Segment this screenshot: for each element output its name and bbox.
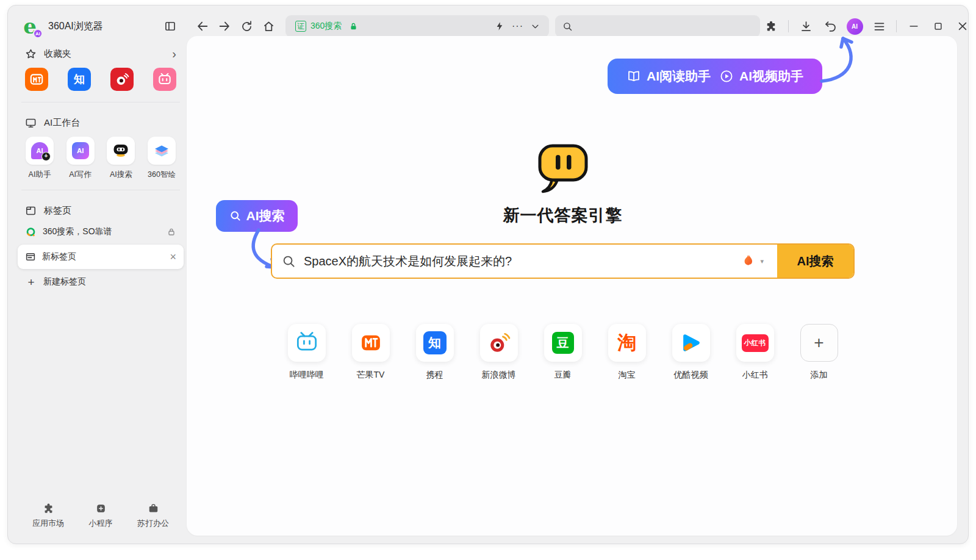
ai-assistant-icon: AI: [31, 142, 48, 159]
toolbar-divider: [896, 20, 897, 32]
app-ai-assistant[interactable]: AI AI助手: [21, 137, 58, 180]
address-dropdown-button[interactable]: [527, 16, 543, 37]
ai-search-box: SpaceX的航天技术是如何发展起来的? ▾ AI搜索: [271, 243, 855, 279]
360-search-favicon: [25, 226, 37, 238]
ai-search-button[interactable]: AI搜索: [777, 245, 853, 278]
new-tab-label: 新建标签页: [43, 276, 86, 287]
close-icon: [956, 20, 969, 32]
add-site-button[interactable]: + 添加: [800, 324, 838, 381]
mini-program-icon: [95, 503, 107, 514]
hamburger-menu-icon: [873, 20, 886, 33]
monitor-icon: [25, 117, 37, 129]
search-query-input[interactable]: SpaceX的航天技术是如何发展起来的? ▾: [272, 245, 777, 278]
sidebar-toggle-button[interactable]: [159, 16, 181, 37]
app-market-button[interactable]: 应用市场: [27, 503, 69, 529]
home-button[interactable]: [257, 16, 279, 37]
back-button[interactable]: [192, 16, 214, 37]
site-youku[interactable]: 优酷视频: [672, 324, 710, 381]
ai-avatar-icon: AI: [847, 18, 863, 35]
maximize-icon: [933, 21, 944, 32]
site-bilibili[interactable]: 哔哩哔哩: [288, 324, 326, 381]
tab-item-new-tab-active[interactable]: 新标签页 ×: [18, 245, 184, 269]
ai-writing-icon: AI: [72, 142, 89, 159]
refresh-icon: [240, 20, 253, 33]
soda-office-button[interactable]: 苏打办公: [132, 503, 174, 529]
extensions-button[interactable]: [760, 16, 782, 37]
refresh-button[interactable]: [235, 16, 257, 37]
chevron-down-icon: [531, 22, 540, 31]
lightning-icon: [495, 21, 504, 31]
new-tab-page-icon: [25, 251, 36, 262]
sidebar: 收藏夹 › 知 AI工作台 AI AI助手: [18, 43, 184, 535]
maximize-button[interactable]: [927, 16, 949, 37]
ai-search-robot-icon: [112, 142, 130, 159]
bilibili-icon: [293, 329, 320, 356]
tab-title: 新标签页: [42, 251, 76, 262]
sidebar-footer: 应用市场 小程序 苏打办公: [18, 503, 184, 529]
mini-program-button[interactable]: 小程序: [80, 503, 121, 529]
site-douban[interactable]: 豆 豆瓣: [544, 324, 582, 381]
app-ai-search[interactable]: AI搜索: [102, 137, 139, 180]
browser-logo-icon: e AI: [19, 15, 41, 37]
site-cert-badge[interactable]: 证: [295, 21, 306, 32]
window-title: 360AI浏览器: [48, 20, 103, 33]
favorite-mgtv[interactable]: [25, 68, 48, 91]
favorite-bilibili[interactable]: [153, 68, 176, 91]
site-taobao[interactable]: 淘 淘宝: [608, 324, 646, 381]
app-ai-writing[interactable]: AI AI写作: [62, 137, 99, 180]
site-weibo[interactable]: 新浪微博: [480, 324, 518, 381]
toolbar-search-input[interactable]: [555, 15, 760, 37]
undo-icon: [824, 20, 837, 33]
hot-topics-dropdown[interactable]: ▾: [742, 254, 764, 268]
downloads-button[interactable]: [795, 16, 817, 37]
site-mgtv[interactable]: 芒果TV: [352, 324, 390, 381]
tab-close-button[interactable]: ×: [170, 251, 176, 262]
logo-ai-badge-icon: AI: [33, 29, 43, 38]
favorite-zhihu[interactable]: 知: [68, 68, 91, 91]
app-360-zhihui[interactable]: 360智绘: [143, 137, 180, 180]
tab-title: 360搜索，SO靠谱: [43, 226, 112, 237]
address-more-button[interactable]: ···: [511, 21, 525, 32]
weibo-icon: [114, 71, 130, 87]
site-xiaohongshu[interactable]: 小红书 小红书: [736, 324, 774, 381]
page-headline: 新一代答案引擎: [503, 204, 623, 226]
caret-down-icon: ▾: [760, 257, 764, 265]
flame-icon: [742, 254, 756, 268]
mascot-icon: [533, 141, 594, 195]
quick-sites-grid: 哔哩哔哩 芒果TV 知 携程: [288, 324, 838, 381]
forward-icon: [218, 20, 231, 33]
tao-icon: 淘: [617, 330, 636, 356]
tab-item-360-search[interactable]: 360搜索，SO靠谱: [18, 221, 184, 243]
home-icon: [262, 20, 275, 33]
forward-button[interactable]: [214, 16, 235, 37]
sidebar-header: e AI 360AI浏览器: [19, 14, 181, 38]
main-menu-button[interactable]: [868, 16, 890, 37]
favorites-section[interactable]: 收藏夹 ›: [18, 43, 184, 64]
ai-workbench-section[interactable]: AI工作台: [18, 112, 184, 133]
search-query-text[interactable]: SpaceX的航天技术是如何发展起来的?: [304, 253, 734, 270]
minimize-button[interactable]: [903, 16, 925, 37]
new-tab-button[interactable]: + 新建标签页: [18, 271, 184, 293]
favorites-list: 知: [18, 64, 184, 92]
site-xiecheng[interactable]: 知 携程: [416, 324, 454, 381]
ai-assistant-avatar[interactable]: AI: [844, 16, 866, 37]
close-button[interactable]: [952, 16, 974, 37]
layers-icon: [152, 142, 171, 159]
tabs-label: 标签页: [44, 205, 71, 217]
search-icon: [562, 21, 573, 32]
xiaohongshu-icon: 小红书: [742, 334, 769, 352]
toolbar-divider: [788, 20, 789, 32]
zhihu-icon: 知: [74, 72, 85, 87]
favorites-expand-button[interactable]: ›: [172, 48, 176, 60]
app-market-puzzle-icon: [43, 503, 54, 514]
new-tab-page: AI阅读助手 AI视频助手 AI搜索 新一代答案引擎: [187, 36, 957, 536]
history-undo-button[interactable]: [819, 16, 841, 37]
plus-icon: +: [25, 276, 37, 288]
bilibili-icon: [157, 71, 173, 87]
address-bar[interactable]: 证 360搜索 ···: [285, 15, 549, 37]
favorite-weibo[interactable]: [110, 68, 134, 91]
secure-lock-icon: [349, 22, 358, 31]
reading-mode-button[interactable]: [491, 16, 508, 37]
search-icon: [282, 254, 296, 268]
ai-workbench-apps: AI AI助手 AI AI写作 AI搜索: [18, 133, 184, 180]
